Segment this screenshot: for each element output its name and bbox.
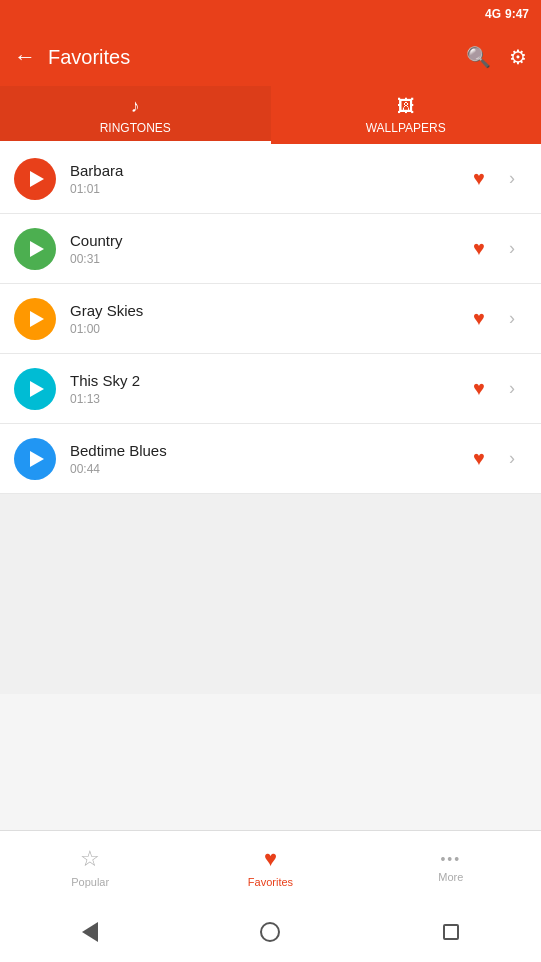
- nav-label: More: [438, 871, 463, 883]
- status-icons: 4G 9:47: [485, 7, 529, 21]
- chevron-right-icon: ›: [509, 238, 515, 259]
- nav-item-favorites[interactable]: ♥ Favorites: [180, 831, 360, 902]
- like-button[interactable]: ♥: [461, 161, 497, 197]
- heart-icon: ♥: [473, 447, 485, 470]
- heart-icon: ♥: [473, 307, 485, 330]
- tabs: ♪ RINGTONES 🖼 WALLPAPERS: [0, 86, 541, 144]
- song-duration: 00:31: [70, 252, 461, 266]
- search-icon[interactable]: 🔍: [466, 45, 491, 69]
- android-nav-bar: [0, 902, 541, 962]
- ringtones-label: RINGTONES: [100, 121, 171, 135]
- play-button[interactable]: [14, 158, 56, 200]
- song-duration: 01:13: [70, 392, 461, 406]
- nav-item-popular[interactable]: ☆ Popular: [0, 831, 180, 902]
- header-icons: 🔍 ⚙: [466, 45, 527, 69]
- list-item: Gray Skies 01:00 ♥ ›: [0, 284, 541, 354]
- song-info: Gray Skies 01:00: [70, 302, 461, 336]
- settings-icon[interactable]: ⚙: [509, 45, 527, 69]
- chevron-right-icon: ›: [509, 378, 515, 399]
- tab-ringtones[interactable]: ♪ RINGTONES: [0, 86, 271, 144]
- nav-label: Favorites: [248, 876, 293, 888]
- list-item: Country 00:31 ♥ ›: [0, 214, 541, 284]
- status-time: 9:47: [505, 7, 529, 21]
- song-info: This Sky 2 01:13: [70, 372, 461, 406]
- wallpapers-label: WALLPAPERS: [366, 121, 446, 135]
- more-icon: •••: [440, 851, 461, 867]
- song-duration: 01:00: [70, 322, 461, 336]
- detail-arrow[interactable]: ›: [497, 304, 527, 334]
- status-bar: 4G 9:47: [0, 0, 541, 28]
- song-title: Bedtime Blues: [70, 442, 461, 459]
- song-info: Bedtime Blues 00:44: [70, 442, 461, 476]
- heart-icon: ♥: [473, 167, 485, 190]
- chevron-right-icon: ›: [509, 448, 515, 469]
- chevron-right-icon: ›: [509, 168, 515, 189]
- bottom-nav: ☆ Popular ♥ Favorites ••• More: [0, 830, 541, 902]
- heart-icon: ♥: [473, 237, 485, 260]
- song-info: Country 00:31: [70, 232, 461, 266]
- tab-wallpapers[interactable]: 🖼 WALLPAPERS: [271, 86, 542, 144]
- heart-icon: ♥: [473, 377, 485, 400]
- list-item: Bedtime Blues 00:44 ♥ ›: [0, 424, 541, 494]
- android-home-button[interactable]: [255, 917, 285, 947]
- status-signal: 4G: [485, 7, 501, 21]
- android-back-button[interactable]: [75, 917, 105, 947]
- chevron-right-icon: ›: [509, 308, 515, 329]
- android-recents-button[interactable]: [436, 917, 466, 947]
- song-duration: 01:01: [70, 182, 461, 196]
- page-title: Favorites: [48, 46, 466, 69]
- song-duration: 00:44: [70, 462, 461, 476]
- detail-arrow[interactable]: ›: [497, 444, 527, 474]
- wallpapers-icon: 🖼: [397, 96, 415, 117]
- star-icon: ☆: [80, 846, 100, 872]
- nav-item-more[interactable]: ••• More: [361, 831, 541, 902]
- like-button[interactable]: ♥: [461, 371, 497, 407]
- play-button[interactable]: [14, 438, 56, 480]
- heart-nav-icon: ♥: [264, 846, 277, 872]
- header: ← Favorites 🔍 ⚙: [0, 28, 541, 86]
- like-button[interactable]: ♥: [461, 231, 497, 267]
- like-button[interactable]: ♥: [461, 441, 497, 477]
- play-button[interactable]: [14, 228, 56, 270]
- song-title: This Sky 2: [70, 372, 461, 389]
- list-item: Barbara 01:01 ♥ ›: [0, 144, 541, 214]
- detail-arrow[interactable]: ›: [497, 234, 527, 264]
- detail-arrow[interactable]: ›: [497, 374, 527, 404]
- list-item: This Sky 2 01:13 ♥ ›: [0, 354, 541, 424]
- song-list: Barbara 01:01 ♥ › Country 00:31 ♥ › Gray…: [0, 144, 541, 494]
- ringtones-icon: ♪: [131, 96, 140, 117]
- song-title: Barbara: [70, 162, 461, 179]
- nav-label: Popular: [71, 876, 109, 888]
- play-button[interactable]: [14, 368, 56, 410]
- back-button[interactable]: ←: [14, 44, 36, 70]
- play-button[interactable]: [14, 298, 56, 340]
- like-button[interactable]: ♥: [461, 301, 497, 337]
- empty-area: [0, 494, 541, 694]
- song-title: Country: [70, 232, 461, 249]
- song-title: Gray Skies: [70, 302, 461, 319]
- detail-arrow[interactable]: ›: [497, 164, 527, 194]
- song-info: Barbara 01:01: [70, 162, 461, 196]
